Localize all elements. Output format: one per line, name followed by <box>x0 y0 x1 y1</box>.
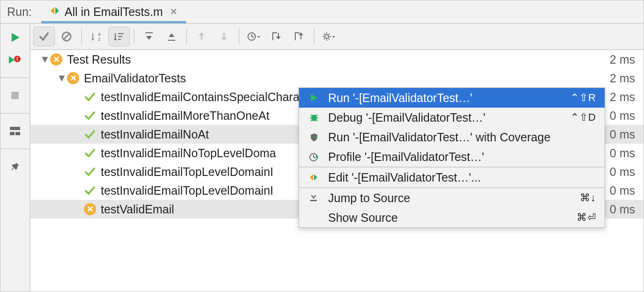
svg-marker-22 <box>146 36 152 40</box>
menu-item-label: Jump to Source <box>328 191 571 205</box>
duration-label: 2 ms <box>610 72 635 85</box>
profile-icon <box>307 151 321 162</box>
run-button[interactable] <box>7 29 23 45</box>
menu-item-shortcut: ⌘⏎ <box>577 212 596 224</box>
svg-rect-9 <box>15 132 20 135</box>
pass-icon <box>84 128 96 140</box>
svg-marker-44 <box>332 36 335 38</box>
svg-text:a: a <box>98 31 101 36</box>
menu-item-label: Edit '-[EmailValidatorTest…'... <box>328 171 596 184</box>
test-label: Test Results <box>67 53 131 66</box>
expand-all-button[interactable] <box>138 27 160 46</box>
stop-button[interactable] <box>7 88 23 103</box>
duration-label: 0 ms <box>610 128 635 141</box>
debug-icon <box>307 112 321 123</box>
svg-marker-23 <box>169 33 174 37</box>
svg-marker-32 <box>276 36 281 39</box>
duration-label: 2 ms <box>610 90 635 104</box>
blank <box>307 212 321 223</box>
history-button[interactable] <box>243 27 265 46</box>
run-tool-window: Run: All in EmailTests.m ✕ ! <box>0 0 644 292</box>
test-label: testInvalidEmailContainsSpecialCharacter… <box>101 90 325 104</box>
menu-item-label: Show Source <box>328 211 568 225</box>
menu-item-jump-source-icon[interactable]: Jump to Source⌘↓ <box>299 188 605 208</box>
fail-icon <box>67 72 79 84</box>
export-results-button[interactable] <box>288 27 310 46</box>
svg-marker-17 <box>114 39 117 41</box>
divider <box>239 29 240 44</box>
svg-marker-57 <box>314 174 317 181</box>
svg-marker-3 <box>9 56 15 64</box>
divider <box>81 29 82 44</box>
import-results-button[interactable] <box>266 27 287 46</box>
pin-button[interactable] <box>7 159 23 175</box>
scrollbar[interactable] <box>637 50 644 292</box>
tab-close-button[interactable]: ✕ <box>170 6 178 17</box>
divider <box>314 29 315 44</box>
fail-icon <box>50 53 62 66</box>
pass-icon <box>84 184 96 197</box>
svg-rect-7 <box>10 127 20 130</box>
svg-point-35 <box>325 35 329 38</box>
fail-icon <box>84 203 96 215</box>
divider <box>134 29 135 44</box>
prev-failed-button[interactable] <box>191 27 212 46</box>
tree-row-suite-emailvalidatortests[interactable]: ▼EmailValidatorTests2 ms <box>30 69 644 88</box>
jump-source-icon <box>307 192 321 204</box>
tree-row-root[interactable]: ▼Test Results2 ms <box>30 50 644 69</box>
menu-item-label: Run '-[EmailValidatorTest…' <box>328 91 562 105</box>
show-passed-button[interactable] <box>33 27 55 46</box>
svg-line-52 <box>316 120 317 121</box>
svg-marker-56 <box>310 174 313 181</box>
context-menu[interactable]: Run '-[EmailValidatorTest…'⌃⇧RDebug '-[E… <box>299 88 605 228</box>
test-label: testInvalidEmailNoAt <box>101 128 209 141</box>
menu-item-blank[interactable]: Show Source⌘⏎ <box>299 208 605 227</box>
menu-item-shortcut: ⌃⇧D <box>570 111 596 124</box>
show-ignored-button[interactable] <box>56 27 77 46</box>
menu-item-label: Run '-[EmailValidatorTest…' with Coverag… <box>328 131 596 144</box>
sort-duration-button[interactable] <box>108 27 130 46</box>
menu-item-debug-icon[interactable]: Debug '-[EmailValidatorTest…'⌃⇧D <box>299 108 605 127</box>
svg-marker-0 <box>51 7 54 14</box>
disclosure-arrow[interactable]: ▼ <box>57 72 66 84</box>
svg-line-49 <box>311 115 312 116</box>
test-label: testInvalidEmailNoTopLevelDoma <box>101 146 276 160</box>
disclosure-arrow[interactable]: ▼ <box>40 53 49 66</box>
collapse-all-button[interactable] <box>161 27 182 46</box>
duration-label: 0 ms <box>610 146 635 160</box>
svg-line-42 <box>324 38 325 39</box>
menu-item-run-icon[interactable]: Run '-[EmailValidatorTest…'⌃⇧R <box>299 88 605 108</box>
menu-item-profile-icon[interactable]: Profile '-[EmailValidatorTest…' <box>299 147 605 167</box>
svg-marker-26 <box>199 32 204 36</box>
duration-label: 0 ms <box>610 203 635 216</box>
titlebar: Run: All in EmailTests.m ✕ <box>0 0 644 24</box>
active-run-tab[interactable]: All in EmailTests.m ✕ <box>41 0 186 23</box>
svg-line-43 <box>329 34 329 35</box>
tab-title: All in EmailTests.m <box>65 5 163 19</box>
tab-icon <box>50 5 60 19</box>
duration-label: 2 ms <box>610 53 635 66</box>
menu-item-edit-config-icon[interactable]: Edit '-[EmailValidatorTest…'... <box>299 168 605 187</box>
svg-marker-13 <box>91 39 94 41</box>
divider <box>0 113 30 114</box>
test-label: testInvalidEmailMoreThanOneAt <box>101 109 270 123</box>
side-column: ! <box>0 24 30 292</box>
menu-item-coverage-icon[interactable]: Run '-[EmailValidatorTest…' with Coverag… <box>299 127 605 147</box>
svg-line-51 <box>311 120 312 121</box>
menu-item-shortcut: ⌘↓ <box>580 192 596 204</box>
svg-marker-30 <box>257 36 260 38</box>
rerun-failed-button[interactable]: ! <box>7 52 23 68</box>
pass-icon <box>84 110 96 122</box>
test-label: EmailValidatorTests <box>84 72 186 85</box>
svg-line-11 <box>64 34 69 39</box>
pass-icon <box>84 166 96 178</box>
duration-label: 0 ms <box>610 184 635 197</box>
svg-marker-28 <box>221 37 227 41</box>
sort-alpha-button[interactable]: az <box>86 27 107 46</box>
menu-item-label: Profile '-[EmailValidatorTest…' <box>328 150 596 164</box>
layout-button[interactable] <box>7 123 23 139</box>
next-failed-button[interactable] <box>213 27 235 46</box>
settings-button[interactable] <box>318 27 340 46</box>
svg-rect-6 <box>11 92 19 99</box>
menu-item-label: Debug '-[EmailValidatorTest…' <box>328 111 562 124</box>
